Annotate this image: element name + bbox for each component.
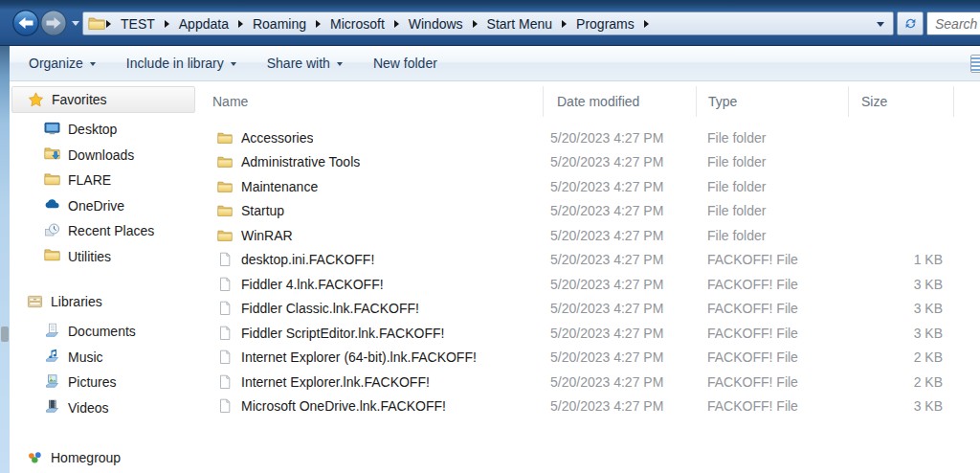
sidebar-section-libraries[interactable]: Libraries — [10, 288, 199, 315]
new-folder-button[interactable]: New folder — [373, 56, 437, 71]
file-row[interactable]: Fiddler 4.lnk.FACKOFF! 5/20/2023 4:27 PM… — [201, 272, 980, 297]
address-dropdown-icon[interactable] — [877, 22, 884, 27]
file-date-modified: 5/20/2023 4:27 PM — [544, 203, 697, 218]
column-header-name[interactable]: Name — [201, 86, 544, 117]
file-type: FACKOFF! File — [697, 301, 849, 316]
file-row[interactable]: Fiddler Classic.lnk.FACKOFF! 5/20/2023 4… — [201, 297, 980, 322]
breadcrumb-item[interactable]: Windows — [400, 16, 472, 32]
file-date-modified: 5/20/2023 4:27 PM — [544, 277, 697, 292]
breadcrumb-arrow-icon — [165, 20, 169, 28]
sidebar-item[interactable]: Documents — [10, 319, 199, 345]
sidebar-item-label: Desktop — [68, 122, 117, 137]
refresh-button[interactable] — [897, 11, 924, 35]
file-type: FACKOFF! File — [697, 349, 849, 365]
file-type-icon — [217, 398, 233, 414]
file-name: Fiddler 4.lnk.FACKOFF! — [241, 277, 384, 292]
breadcrumb-item[interactable]: Appdata — [170, 16, 237, 32]
sidebar-item[interactable]: Pictures — [10, 370, 199, 395]
file-type: File folder — [697, 179, 849, 194]
file-type: File folder — [697, 228, 849, 243]
breadcrumb-item[interactable]: Roaming — [244, 16, 315, 32]
file-row[interactable]: Startup 5/20/2023 4:27 PM File folder — [201, 199, 980, 224]
file-type-icon — [217, 349, 233, 365]
file-row[interactable]: WinRAR 5/20/2023 4:27 PM File folder — [201, 223, 980, 248]
file-type-icon — [217, 154, 233, 169]
search-input[interactable] — [927, 12, 980, 34]
sidebar-section-homegroup[interactable]: Homegroup — [10, 444, 199, 471]
file-name-cell: Microsoft OneDrive.lnk.FACKOFF! — [201, 398, 544, 414]
sidebar-item[interactable]: Downloads — [10, 143, 199, 169]
file-type: FACKOFF! File — [697, 374, 849, 390]
breadcrumb-item[interactable]: Start Menu — [479, 16, 561, 32]
breadcrumb-arrow-icon — [106, 20, 111, 28]
sidebar-item[interactable]: Music — [10, 345, 199, 371]
sidebar-item-icon — [44, 247, 60, 265]
file-list-pane: Name Date modified Type Size Ac — [201, 81, 980, 473]
file-date-modified: 5/20/2023 4:27 PM — [544, 326, 697, 341]
include-in-library-button[interactable]: Include in library — [126, 56, 236, 71]
file-date-modified: 5/20/2023 4:27 PM — [544, 349, 697, 365]
breadcrumb-arrow-icon — [316, 20, 321, 28]
file-name: Internet Explorer (64-bit).lnk.FACKOFF! — [241, 349, 477, 365]
file-date-modified: 5/20/2023 4:27 PM — [544, 130, 697, 146]
column-header-size[interactable]: Size — [849, 86, 954, 117]
file-name: Maintenance — [241, 179, 318, 194]
sidebar-item[interactable]: Videos — [10, 395, 199, 421]
file-type: FACKOFF! File — [697, 398, 849, 414]
sidebar-item-icon — [44, 146, 60, 164]
file-type-icon — [217, 252, 233, 267]
sidebar-item[interactable]: FLARE — [10, 168, 199, 193]
column-header-date-modified[interactable]: Date modified — [544, 86, 697, 117]
recent-pages-dropdown-icon[interactable] — [72, 21, 79, 26]
sidebar-section-favorites[interactable]: Favorites — [11, 86, 195, 113]
back-button[interactable] — [11, 9, 40, 37]
address-bar[interactable]: TEST Appdata Roaming Microsoft Windows — [82, 11, 894, 35]
file-type-icon — [217, 179, 233, 194]
organize-button[interactable]: Organize — [29, 56, 96, 71]
file-row[interactable]: Administrative Tools 5/20/2023 4:27 PM F… — [201, 150, 980, 175]
forward-button[interactable] — [39, 9, 68, 37]
file-row[interactable]: Internet Explorer.lnk.FACKOFF! 5/20/2023… — [201, 370, 980, 394]
organize-label: Organize — [29, 56, 83, 71]
breadcrumb-arrow-icon — [473, 20, 478, 28]
libraries-icon — [27, 294, 43, 309]
file-name-cell: WinRAR — [201, 228, 544, 243]
sidebar-item-icon — [44, 196, 60, 214]
sidebar-item[interactable]: Utilities — [10, 244, 199, 270]
file-date-modified: 5/20/2023 4:27 PM — [544, 301, 697, 316]
file-row[interactable]: Maintenance 5/20/2023 4:27 PM File folde… — [201, 174, 980, 199]
breadcrumb-item[interactable]: Programs — [568, 16, 643, 32]
file-name-cell: Accessories — [201, 130, 544, 146]
file-type: FACKOFF! File — [697, 252, 849, 267]
address-folder-icon — [88, 15, 105, 32]
breadcrumb-arrow-icon — [394, 20, 399, 28]
change-view-button[interactable] — [970, 53, 980, 75]
file-size: 3 KB — [849, 326, 954, 341]
sidebar-item-label: OneDrive — [68, 198, 124, 214]
sidebar-item-label: Documents — [68, 324, 136, 339]
sidebar-item-label: Videos — [68, 400, 109, 416]
file-row[interactable]: Fiddler ScriptEditor.lnk.FACKOFF! 5/20/2… — [201, 321, 980, 346]
breadcrumb-item[interactable]: TEST — [112, 16, 164, 32]
file-row[interactable]: Microsoft OneDrive.lnk.FACKOFF! 5/20/202… — [201, 394, 980, 419]
share-with-button[interactable]: Share with — [267, 56, 343, 71]
file-size: 2 KB — [849, 374, 954, 390]
sidebar-item[interactable]: OneDrive — [10, 193, 199, 219]
breadcrumb-arrow-icon — [644, 20, 649, 28]
breadcrumb-item[interactable]: Microsoft — [322, 16, 393, 32]
sidebar-item[interactable]: Desktop — [10, 117, 199, 143]
sidebar-item-icon — [44, 171, 60, 190]
file-row[interactable]: Accessories 5/20/2023 4:27 PM File folde… — [201, 125, 980, 150]
navigation-pane: Favorites Desktop Downloads — [10, 81, 199, 473]
file-row[interactable]: Internet Explorer (64-bit).lnk.FACKOFF! … — [201, 346, 980, 371]
file-row[interactable]: desktop.ini.FACKOFF! 5/20/2023 4:27 PM F… — [201, 248, 980, 273]
column-label: Date modified — [557, 94, 639, 109]
window-border-artifact — [1, 327, 9, 342]
file-name-cell: Administrative Tools — [201, 154, 544, 169]
sidebar-item-icon — [44, 121, 60, 139]
back-arrow-icon — [11, 9, 40, 37]
column-header-type[interactable]: Type — [697, 86, 849, 117]
explorer-window: TEST Appdata Roaming Microsoft Windows — [0, 0, 980, 473]
sidebar-item[interactable]: Recent Places — [10, 218, 199, 244]
file-date-modified: 5/20/2023 4:27 PM — [544, 179, 697, 194]
